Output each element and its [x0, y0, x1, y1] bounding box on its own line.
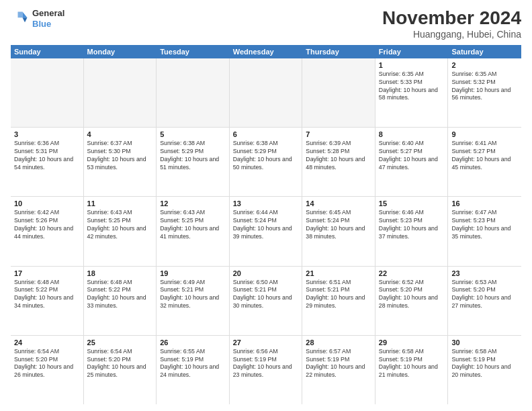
- cal-cell: 24Sunrise: 6:54 AM Sunset: 5:20 PM Dayli…: [11, 336, 84, 404]
- day-number: 7: [306, 130, 371, 138]
- day-number: 18: [87, 269, 153, 277]
- cal-cell: 13Sunrise: 6:44 AM Sunset: 5:24 PM Dayli…: [230, 197, 303, 265]
- cal-cell: 1Sunrise: 6:35 AM Sunset: 5:33 PM Daylig…: [375, 58, 449, 127]
- cell-info: Sunrise: 6:41 AM Sunset: 5:27 PM Dayligh…: [451, 140, 518, 172]
- cal-cell: 9Sunrise: 6:41 AM Sunset: 5:27 PM Daylig…: [448, 128, 521, 196]
- week-row-4: 24Sunrise: 6:54 AM Sunset: 5:20 PM Dayli…: [11, 336, 521, 404]
- cell-info: Sunrise: 6:54 AM Sunset: 5:20 PM Dayligh…: [87, 348, 153, 380]
- cell-info: Sunrise: 6:48 AM Sunset: 5:22 PM Dayligh…: [87, 279, 153, 311]
- day-number: 21: [306, 269, 371, 277]
- week-row-1: 3Sunrise: 6:36 AM Sunset: 5:31 PM Daylig…: [11, 128, 521, 197]
- cal-cell: [84, 58, 157, 127]
- week-row-3: 17Sunrise: 6:48 AM Sunset: 5:22 PM Dayli…: [11, 267, 521, 336]
- cal-cell: 21Sunrise: 6:51 AM Sunset: 5:21 PM Dayli…: [302, 267, 375, 335]
- cal-cell: 4Sunrise: 6:37 AM Sunset: 5:30 PM Daylig…: [84, 128, 157, 196]
- day-number: 23: [451, 269, 518, 277]
- cell-info: Sunrise: 6:54 AM Sunset: 5:20 PM Dayligh…: [14, 348, 80, 380]
- calendar-body: 1Sunrise: 6:35 AM Sunset: 5:33 PM Daylig…: [11, 58, 521, 404]
- day-number: 8: [379, 130, 445, 138]
- day-number: 6: [233, 130, 299, 138]
- cell-info: Sunrise: 6:52 AM Sunset: 5:20 PM Dayligh…: [379, 279, 445, 311]
- header-day-thursday: Thursday: [302, 45, 375, 58]
- cal-cell: 30Sunrise: 6:58 AM Sunset: 5:19 PM Dayli…: [448, 336, 521, 404]
- cell-info: Sunrise: 6:43 AM Sunset: 5:25 PM Dayligh…: [87, 209, 153, 241]
- cal-cell: 17Sunrise: 6:48 AM Sunset: 5:22 PM Dayli…: [11, 267, 84, 335]
- cal-cell: 20Sunrise: 6:50 AM Sunset: 5:21 PM Dayli…: [230, 267, 303, 335]
- day-number: 26: [160, 338, 226, 347]
- cal-cell: 23Sunrise: 6:53 AM Sunset: 5:20 PM Dayli…: [448, 267, 521, 335]
- header-day-wednesday: Wednesday: [230, 45, 303, 58]
- svg-marker-0: [23, 11, 28, 17]
- cell-info: Sunrise: 6:44 AM Sunset: 5:24 PM Dayligh…: [233, 209, 299, 241]
- cal-cell: 19Sunrise: 6:49 AM Sunset: 5:21 PM Dayli…: [157, 267, 230, 335]
- cell-info: Sunrise: 6:56 AM Sunset: 5:19 PM Dayligh…: [233, 348, 299, 380]
- title-block: November 2024 Huanggang, Hubei, China: [382, 8, 521, 40]
- cell-info: Sunrise: 6:39 AM Sunset: 5:28 PM Dayligh…: [306, 140, 371, 172]
- cell-info: Sunrise: 6:37 AM Sunset: 5:30 PM Dayligh…: [87, 140, 153, 172]
- cal-cell: 3Sunrise: 6:36 AM Sunset: 5:31 PM Daylig…: [11, 128, 84, 196]
- cal-cell: 7Sunrise: 6:39 AM Sunset: 5:28 PM Daylig…: [302, 128, 375, 196]
- calendar: SundayMondayTuesdayWednesdayThursdayFrid…: [11, 45, 521, 404]
- cell-info: Sunrise: 6:40 AM Sunset: 5:27 PM Dayligh…: [379, 140, 445, 172]
- page: General Blue November 2024 Huanggang, Hu…: [0, 0, 532, 411]
- day-number: 20: [233, 269, 299, 277]
- week-row-2: 10Sunrise: 6:42 AM Sunset: 5:26 PM Dayli…: [11, 197, 521, 266]
- header-day-sunday: Sunday: [11, 45, 84, 58]
- header: General Blue November 2024 Huanggang, Hu…: [11, 8, 521, 40]
- week-row-0: 1Sunrise: 6:35 AM Sunset: 5:33 PM Daylig…: [11, 58, 521, 128]
- cal-cell: 11Sunrise: 6:43 AM Sunset: 5:25 PM Dayli…: [84, 197, 157, 265]
- header-day-tuesday: Tuesday: [157, 45, 230, 58]
- cell-info: Sunrise: 6:36 AM Sunset: 5:31 PM Dayligh…: [14, 140, 80, 172]
- day-number: 14: [306, 199, 371, 208]
- cal-cell: 18Sunrise: 6:48 AM Sunset: 5:22 PM Dayli…: [84, 267, 157, 335]
- logo-general: General: [32, 8, 64, 19]
- cal-cell: 14Sunrise: 6:45 AM Sunset: 5:24 PM Dayli…: [302, 197, 375, 265]
- cell-info: Sunrise: 6:53 AM Sunset: 5:20 PM Dayligh…: [451, 279, 518, 311]
- day-number: 19: [160, 269, 226, 277]
- cal-cell: 27Sunrise: 6:56 AM Sunset: 5:19 PM Dayli…: [230, 336, 303, 404]
- day-number: 25: [87, 338, 153, 347]
- cal-cell: 2Sunrise: 6:35 AM Sunset: 5:32 PM Daylig…: [448, 58, 521, 127]
- location: Huanggang, Hubei, China: [382, 29, 521, 40]
- cal-cell: 6Sunrise: 6:38 AM Sunset: 5:29 PM Daylig…: [230, 128, 303, 196]
- day-number: 22: [379, 269, 445, 277]
- day-number: 4: [87, 130, 153, 138]
- cal-cell: 22Sunrise: 6:52 AM Sunset: 5:20 PM Dayli…: [375, 267, 449, 335]
- cell-info: Sunrise: 6:55 AM Sunset: 5:19 PM Dayligh…: [160, 348, 226, 380]
- svg-marker-2: [18, 11, 23, 17]
- cell-info: Sunrise: 6:49 AM Sunset: 5:21 PM Dayligh…: [160, 279, 226, 311]
- cell-info: Sunrise: 6:58 AM Sunset: 5:19 PM Dayligh…: [451, 348, 518, 380]
- cell-info: Sunrise: 6:35 AM Sunset: 5:32 PM Dayligh…: [451, 71, 518, 103]
- cal-cell: [302, 58, 375, 127]
- day-number: 11: [87, 199, 153, 208]
- day-number: 9: [451, 130, 518, 138]
- day-number: 29: [379, 338, 445, 347]
- cal-cell: 25Sunrise: 6:54 AM Sunset: 5:20 PM Dayli…: [84, 336, 157, 404]
- day-number: 27: [233, 338, 299, 347]
- cal-cell: 29Sunrise: 6:58 AM Sunset: 5:19 PM Dayli…: [375, 336, 449, 404]
- day-number: 24: [14, 338, 80, 347]
- day-number: 12: [160, 199, 226, 208]
- cal-cell: 15Sunrise: 6:46 AM Sunset: 5:23 PM Dayli…: [375, 197, 449, 265]
- cal-cell: 28Sunrise: 6:57 AM Sunset: 5:19 PM Dayli…: [302, 336, 375, 404]
- svg-marker-1: [23, 17, 28, 22]
- day-number: 17: [14, 269, 80, 277]
- day-number: 13: [233, 199, 299, 208]
- month-title: November 2024: [382, 8, 521, 29]
- day-number: 3: [14, 130, 80, 138]
- cell-info: Sunrise: 6:38 AM Sunset: 5:29 PM Dayligh…: [233, 140, 299, 172]
- cell-info: Sunrise: 6:38 AM Sunset: 5:29 PM Dayligh…: [160, 140, 226, 172]
- day-number: 16: [451, 199, 518, 208]
- logo-text: General Blue: [32, 8, 64, 29]
- cal-cell: [157, 58, 230, 127]
- cal-cell: 8Sunrise: 6:40 AM Sunset: 5:27 PM Daylig…: [375, 128, 449, 196]
- cell-info: Sunrise: 6:51 AM Sunset: 5:21 PM Dayligh…: [306, 279, 371, 311]
- day-number: 30: [451, 338, 518, 347]
- day-number: 1: [379, 61, 445, 69]
- cal-cell: [11, 58, 84, 127]
- day-number: 2: [451, 61, 518, 69]
- day-number: 15: [379, 199, 445, 208]
- cell-info: Sunrise: 6:50 AM Sunset: 5:21 PM Dayligh…: [233, 279, 299, 311]
- day-number: 28: [306, 338, 371, 347]
- cal-cell: 12Sunrise: 6:43 AM Sunset: 5:25 PM Dayli…: [157, 197, 230, 265]
